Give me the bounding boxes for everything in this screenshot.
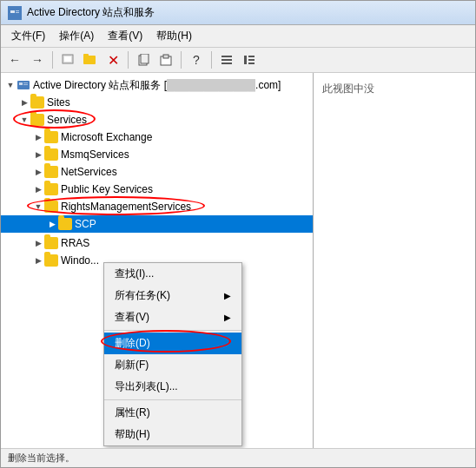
ctx-view[interactable]: 查看(V) ▶	[104, 307, 241, 328]
svg-rect-17	[248, 59, 255, 61]
delete-button[interactable]: ✕	[102, 50, 123, 69]
pki-expand-icon[interactable]: ▶	[32, 183, 44, 195]
rras-expand-icon[interactable]: ▶	[32, 237, 44, 249]
rms-expand-icon[interactable]: ▼	[32, 201, 44, 213]
services-expand-icon[interactable]: ▼	[18, 114, 30, 126]
svg-rect-15	[244, 56, 247, 64]
msmq-expand-icon[interactable]: ▶	[32, 148, 44, 161]
ctx-help[interactable]: 帮助(H)	[104, 424, 241, 445]
status-bar: 删除当前选择。	[1, 448, 475, 467]
svg-rect-3	[16, 12, 19, 13]
svg-rect-13	[221, 59, 232, 61]
root-label: Active Directory 站点和服务 [████████████.com…	[33, 77, 281, 93]
menu-view[interactable]: 查看(V)	[101, 27, 149, 45]
forward-button[interactable]: →	[27, 50, 48, 69]
ctx-properties[interactable]: 属性(R)	[104, 402, 241, 424]
msexchange-folder-icon	[44, 130, 58, 144]
tree-msexchange[interactable]: ▶ Microsoft Exchange	[1, 129, 313, 146]
copy-button[interactable]	[133, 50, 154, 69]
windows-expand-icon[interactable]: ▶	[32, 254, 44, 267]
context-menu: 查找(I)... 所有任务(K) ▶ 查看(V) ▶ 删除(D)	[103, 262, 242, 446]
folder-button[interactable]	[80, 50, 101, 69]
ctx-separator-1	[104, 330, 241, 331]
menu-file[interactable]: 文件(F)	[4, 27, 52, 45]
paste-button[interactable]	[155, 50, 176, 69]
services-folder-icon	[30, 113, 44, 127]
msexchange-expand-icon[interactable]: ▶	[32, 131, 44, 143]
scp-expand-icon[interactable]: ▶	[46, 218, 58, 230]
title-bar: Active Directory 站点和服务	[1, 1, 475, 25]
svg-rect-2	[16, 10, 19, 11]
root-expand-icon[interactable]: ▼	[4, 79, 17, 91]
tree-root[interactable]: ▼ Active Directory 站点和服务 [████████████.c…	[1, 76, 313, 94]
sites-expand-icon[interactable]: ▶	[18, 96, 30, 109]
main-content: ▼ Active Directory 站点和服务 [████████████.c…	[1, 73, 475, 448]
svg-rect-21	[23, 82, 28, 83]
back-button[interactable]: ←	[4, 50, 25, 69]
tree-sites[interactable]: ▶ Sites	[1, 94, 313, 111]
window-title: Active Directory 站点和服务	[27, 5, 155, 20]
toolbar: ← → ✕ ?	[1, 48, 475, 73]
tree-rras[interactable]: ▶ RRAS	[1, 234, 313, 252]
ctx-delete[interactable]: 删除(D)	[104, 333, 241, 354]
svg-rect-9	[141, 54, 149, 63]
ctx-view-arrow: ▶	[224, 313, 231, 322]
svg-rect-12	[221, 56, 232, 57]
main-window: Active Directory 站点和服务 文件(F) 操作(A) 查看(V)…	[0, 0, 476, 468]
menu-help[interactable]: 帮助(H)	[149, 27, 199, 45]
tree-netservices[interactable]: ▶ NetServices	[1, 163, 313, 181]
ctx-all-tasks[interactable]: 所有任务(K) ▶	[104, 285, 241, 307]
svg-rect-20	[19, 82, 23, 85]
msexchange-label: Microsoft Exchange	[61, 129, 152, 145]
right-panel: 此视图中没	[314, 73, 475, 448]
svg-rect-18	[248, 63, 255, 64]
menu-action[interactable]: 操作(A)	[52, 27, 101, 45]
status-text: 删除当前选择。	[8, 452, 75, 463]
rms-label: RightsManagementServices	[61, 199, 191, 214]
svg-rect-16	[248, 56, 255, 57]
sites-folder-icon	[30, 96, 44, 109]
toolbar-separator-1	[52, 51, 53, 69]
right-panel-text: 此视图中没	[322, 82, 374, 95]
tree-pki[interactable]: ▶ Public Key Services	[1, 181, 313, 198]
help-button[interactable]: ?	[186, 50, 207, 69]
svg-rect-7	[83, 54, 89, 56]
tree-msmq[interactable]: ▶ MsmqServices	[1, 146, 313, 163]
svg-rect-5	[64, 56, 71, 62]
menu-bar: 文件(F) 操作(A) 查看(V) 帮助(H)	[1, 25, 475, 48]
up-button[interactable]	[57, 50, 78, 69]
details-button[interactable]	[239, 50, 260, 69]
tree-scp[interactable]: ▶ SCP	[1, 215, 313, 233]
svg-rect-22	[23, 84, 28, 85]
ctx-refresh[interactable]: 刷新(F)	[104, 354, 241, 376]
ctx-find[interactable]: 查找(I)...	[104, 263, 241, 285]
tree-panel: ▼ Active Directory 站点和服务 [████████████.c…	[1, 73, 314, 448]
toolbar-separator-2	[128, 51, 129, 69]
svg-rect-6	[83, 56, 96, 64]
toolbar-separator-3	[181, 51, 182, 69]
rms-folder-icon	[44, 200, 58, 214]
msmq-label: MsmqServices	[61, 147, 129, 162]
svg-rect-11	[163, 55, 169, 58]
msmq-folder-icon	[44, 148, 58, 161]
sites-label: Sites	[47, 95, 70, 110]
services-label: Services	[47, 112, 87, 128]
pki-label: Public Key Services	[61, 181, 153, 197]
root-icon	[17, 78, 30, 92]
scp-label: SCP	[75, 216, 96, 232]
ctx-separator-2	[104, 399, 241, 400]
scp-folder-icon	[58, 217, 72, 231]
pki-folder-icon	[44, 182, 58, 196]
ctx-export[interactable]: 导出列表(L)...	[104, 376, 241, 398]
windows-folder-icon	[44, 254, 58, 267]
tree-rms[interactable]: ▼ RightsManagementServices	[1, 198, 313, 215]
rras-label: RRAS	[61, 235, 89, 251]
app-icon	[8, 6, 22, 20]
netservices-expand-icon[interactable]: ▶	[32, 166, 44, 178]
svg-rect-14	[221, 63, 232, 64]
windows-label: Windo...	[61, 253, 99, 268]
list-button[interactable]	[216, 50, 237, 69]
tree-services[interactable]: ▼ Services	[1, 111, 313, 129]
svg-rect-1	[10, 10, 15, 13]
netservices-folder-icon	[44, 165, 58, 179]
